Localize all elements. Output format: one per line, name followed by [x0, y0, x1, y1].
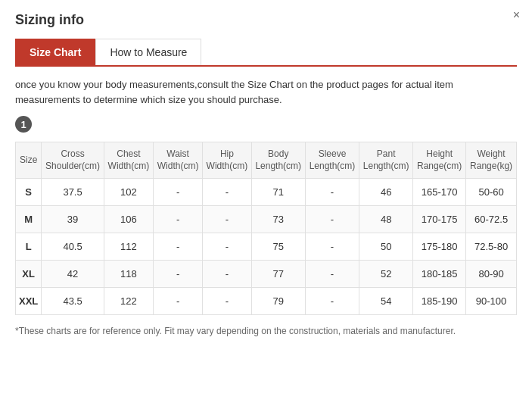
data-cell: 75 — [251, 233, 305, 261]
data-cell: 46 — [359, 179, 413, 206]
data-cell: 106 — [104, 206, 153, 233]
data-cell: 90-100 — [466, 288, 517, 315]
table-header-4: Hip Width(cm) — [203, 142, 252, 179]
data-cell: 170-175 — [413, 206, 466, 233]
data-cell: 52 — [359, 261, 413, 288]
data-cell: - — [203, 206, 252, 233]
data-cell: 118 — [104, 261, 153, 288]
size-cell: S — [16, 179, 42, 206]
data-cell: - — [305, 261, 359, 288]
table-row: XXL43.5122--79-54185-19090-100 — [16, 288, 517, 315]
table-body: S37.5102--71-46165-17050-60M39106--73-48… — [16, 179, 517, 315]
data-cell: - — [154, 179, 203, 206]
data-cell: 50-60 — [466, 179, 517, 206]
table-row: L40.5112--75-50175-18072.5-80 — [16, 233, 517, 261]
size-cell: M — [16, 206, 42, 233]
data-cell: 72.5-80 — [466, 233, 517, 261]
data-cell: 40.5 — [42, 233, 104, 261]
data-cell: 48 — [359, 206, 413, 233]
data-cell: - — [154, 261, 203, 288]
data-cell: 185-190 — [413, 288, 466, 315]
data-cell: - — [203, 261, 252, 288]
data-cell: 112 — [104, 233, 153, 261]
table-header-3: Waist Width(cm) — [154, 142, 203, 179]
table-header-5: Body Length(cm) — [251, 142, 305, 179]
data-cell: - — [154, 288, 203, 315]
data-cell: 71 — [251, 179, 305, 206]
table-header-row: SizeCross Shoulder(cm)Chest Width(cm)Wai… — [16, 142, 517, 179]
data-cell: - — [305, 179, 359, 206]
size-cell: XL — [16, 261, 42, 288]
data-cell: - — [203, 233, 252, 261]
data-cell: 43.5 — [42, 288, 104, 315]
data-cell: - — [154, 206, 203, 233]
data-cell: 54 — [359, 288, 413, 315]
data-cell: - — [203, 179, 252, 206]
table-header-9: Weight Range(kg) — [466, 142, 517, 179]
data-cell: 122 — [104, 288, 153, 315]
data-cell: - — [305, 233, 359, 261]
table-row: S37.5102--71-46165-17050-60 — [16, 179, 517, 206]
data-cell: 50 — [359, 233, 413, 261]
data-cell: 102 — [104, 179, 153, 206]
data-cell: 42 — [42, 261, 104, 288]
data-cell: 60-72.5 — [466, 206, 517, 233]
data-cell: - — [154, 233, 203, 261]
table-header-2: Chest Width(cm) — [104, 142, 153, 179]
table-header-6: Sleeve Length(cm) — [305, 142, 359, 179]
table-header-7: Pant Length(cm) — [359, 142, 413, 179]
data-cell: - — [305, 288, 359, 315]
table-header-1: Cross Shoulder(cm) — [42, 142, 104, 179]
data-cell: 39 — [42, 206, 104, 233]
tab-how-to-measure[interactable]: How to Measure — [95, 39, 201, 65]
data-cell: - — [203, 288, 252, 315]
size-chart-table: SizeCross Shoulder(cm)Chest Width(cm)Wai… — [15, 142, 517, 315]
table-header-8: Height Range(cm) — [413, 142, 466, 179]
data-cell: 73 — [251, 206, 305, 233]
tab-size-chart[interactable]: Size Chart — [15, 39, 95, 65]
close-button[interactable]: × — [513, 9, 520, 21]
data-cell: - — [305, 206, 359, 233]
modal-container: Sizing info × Size Chart How to Measure … — [0, 0, 532, 406]
description-text: once you know your body measurements,con… — [15, 77, 517, 107]
disclaimer-text: *These charts are for reference only. Fi… — [15, 326, 517, 336]
data-cell: 37.5 — [42, 179, 104, 206]
data-cell: 79 — [251, 288, 305, 315]
data-cell: 175-180 — [413, 233, 466, 261]
data-cell: 80-90 — [466, 261, 517, 288]
table-header-0: Size — [16, 142, 42, 179]
tabs-bar: Size Chart How to Measure — [15, 39, 517, 67]
modal-title: Sizing info — [15, 12, 517, 28]
data-cell: 77 — [251, 261, 305, 288]
step-badge: 1 — [15, 116, 32, 133]
data-cell: 165-170 — [413, 179, 466, 206]
size-cell: L — [16, 233, 42, 261]
size-cell: XXL — [16, 288, 42, 315]
table-row: M39106--73-48170-17560-72.5 — [16, 206, 517, 233]
data-cell: 180-185 — [413, 261, 466, 288]
table-row: XL42118--77-52180-18580-90 — [16, 261, 517, 288]
